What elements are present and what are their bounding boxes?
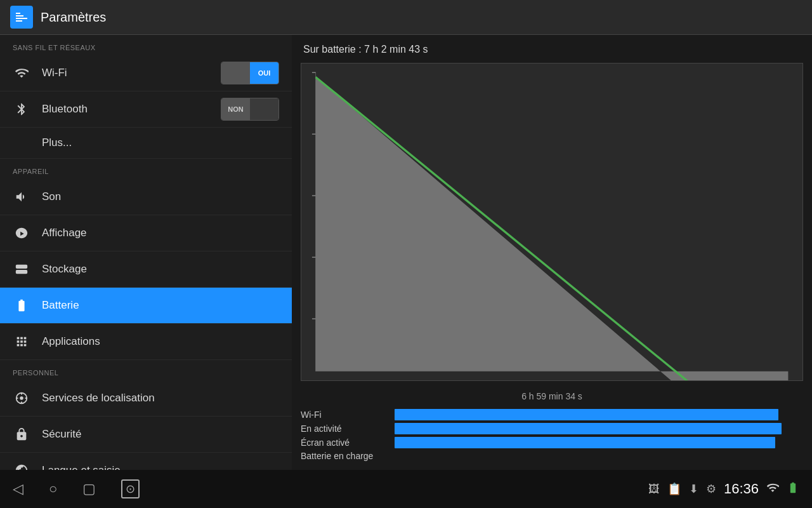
- sidebar-item-bluetooth[interactable]: Bluetooth NON: [0, 91, 292, 128]
- bar-row-wifi: Wi-Fi: [301, 409, 803, 420]
- nav-buttons: ◁ ○ ▢ ⊙: [13, 479, 140, 498]
- sidebar-item-wifi[interactable]: Wi-Fi OUI: [0, 55, 292, 91]
- screenshot-button[interactable]: ⊙: [121, 479, 140, 498]
- settings-icon: ⚙: [706, 482, 716, 496]
- page-title: Paramètres: [41, 10, 106, 25]
- wifi-icon: [13, 64, 30, 82]
- bar-label-charge: Batterie en charge: [301, 451, 373, 461]
- plus-label: Plus...: [42, 137, 72, 149]
- sidebar-item-stockage[interactable]: Stockage: [0, 251, 292, 288]
- section-header-network: SANS FIL ET RÉSEAUX: [0, 35, 292, 55]
- back-button[interactable]: ◁: [13, 481, 23, 497]
- location-icon: [13, 389, 30, 407]
- bluetooth-label: Bluetooth: [42, 103, 209, 116]
- applications-label: Applications: [42, 335, 100, 348]
- affichage-label: Affichage: [42, 227, 87, 239]
- status-icons: 🖼 📋 ⬇ ⚙ 16:36: [648, 481, 799, 497]
- home-button[interactable]: ○: [49, 481, 57, 497]
- main-layout: SANS FIL ET RÉSEAUX Wi-Fi OUI Bluetooth: [0, 35, 812, 470]
- bluetooth-icon: [13, 100, 30, 118]
- title-bar: Paramètres: [0, 0, 812, 35]
- stockage-label: Stockage: [42, 263, 87, 276]
- bar-row-charge: Batterie en charge: [301, 451, 803, 461]
- sidebar-item-localisation[interactable]: Services de localisation: [0, 380, 292, 417]
- gallery-icon: 🖼: [648, 483, 660, 496]
- section-header-device: APPAREIL: [0, 159, 292, 179]
- apps-icon: [13, 333, 30, 351]
- svg-point-5: [20, 396, 23, 400]
- recents-button[interactable]: ▢: [82, 481, 96, 497]
- wifi-label: Wi-Fi: [42, 67, 209, 79]
- bluetooth-toggle[interactable]: NON: [221, 98, 279, 121]
- download-icon: ⬇: [689, 482, 698, 496]
- bluetooth-toggle-off[interactable]: NON: [221, 98, 250, 120]
- bar-track-wifi: [395, 409, 778, 420]
- batterie-label: Batterie: [42, 299, 79, 312]
- wifi-toggle-on[interactable]: OUI: [250, 62, 278, 84]
- svg-rect-2: [16, 18, 27, 19]
- svg-rect-1: [16, 15, 23, 17]
- language-icon: [13, 462, 30, 470]
- bar-track-activite: [395, 423, 782, 434]
- sidebar-item-applications[interactable]: Applications: [0, 324, 292, 360]
- wifi-status-icon: [766, 481, 779, 497]
- lock-icon: [13, 425, 30, 443]
- sidebar: SANS FIL ET RÉSEAUX Wi-Fi OUI Bluetooth: [0, 35, 292, 470]
- wifi-toggle[interactable]: OUI: [221, 62, 279, 84]
- bar-label-ecran: Écran activé: [301, 438, 390, 448]
- battery-usage-bars: Wi-Fi En activité Écran activé Batterie …: [301, 409, 803, 461]
- localisation-label: Services de localisation: [42, 392, 155, 404]
- bar-label-activite: En activité: [301, 424, 390, 434]
- battery-chart: [301, 63, 803, 381]
- battery-icon: [13, 297, 30, 314]
- wifi-toggle-off[interactable]: [221, 62, 250, 84]
- sidebar-item-plus[interactable]: Plus...: [0, 128, 292, 159]
- langue-label: Langue et saisie: [42, 464, 121, 470]
- bar-row-activite: En activité: [301, 423, 803, 434]
- sound-icon: [13, 188, 30, 206]
- display-icon: [13, 224, 30, 242]
- svg-rect-3: [16, 20, 22, 22]
- sidebar-item-son[interactable]: Son: [0, 179, 292, 215]
- securite-label: Sécurité: [42, 428, 81, 441]
- bar-label-wifi: Wi-Fi: [301, 410, 390, 420]
- storage-icon: [13, 260, 30, 278]
- bar-track-ecran: [395, 437, 775, 448]
- sidebar-item-batterie[interactable]: Batterie: [0, 288, 292, 324]
- sidebar-item-securite[interactable]: Sécurité: [0, 417, 292, 453]
- section-header-personal: PERSONNEL: [0, 360, 292, 380]
- bluetooth-toggle-on[interactable]: [250, 98, 278, 120]
- battery-time-label: Sur batterie : 7 h 2 min 43 s: [303, 44, 803, 55]
- clipboard-icon: 📋: [667, 482, 681, 496]
- content-area: Sur batterie : 7 h 2 min 43 s: [292, 35, 812, 470]
- sidebar-item-affichage[interactable]: Affichage: [0, 215, 292, 251]
- app-icon: [10, 6, 33, 29]
- son-label: Son: [42, 190, 61, 203]
- sidebar-item-langue[interactable]: Langue et saisie: [0, 453, 292, 470]
- clock-display: 16:36: [724, 481, 759, 497]
- svg-rect-0: [16, 13, 20, 14]
- chart-time-label: 6 h 59 min 34 s: [301, 391, 803, 401]
- bar-row-ecran: Écran activé: [301, 437, 803, 448]
- battery-status-icon: [787, 481, 799, 497]
- bottom-bar: ◁ ○ ▢ ⊙ 🖼 📋 ⬇ ⚙ 16:36: [0, 470, 812, 508]
